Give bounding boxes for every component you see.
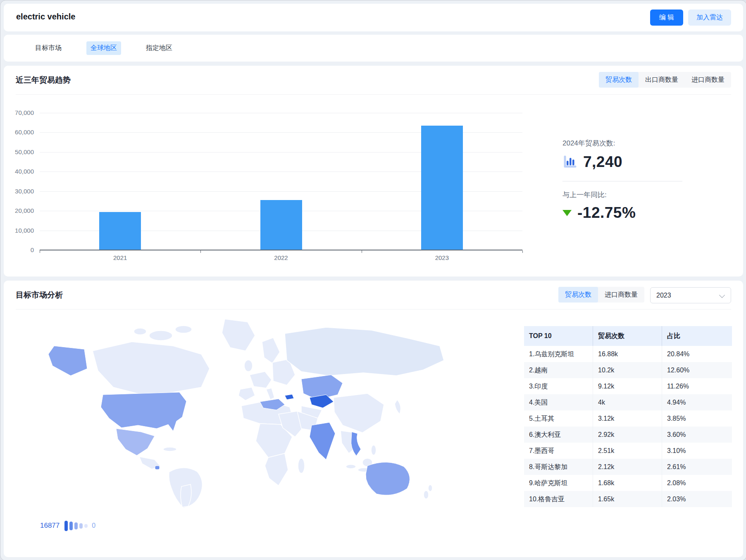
- table-row[interactable]: 3.印度9.12k11.26%: [524, 378, 732, 394]
- cell-share: 20.84%: [662, 346, 732, 362]
- stat-yoy-label: 与上一年同比:: [562, 190, 607, 200]
- market-toggle-1[interactable]: 贸易次数: [558, 287, 598, 303]
- legend-pill: [79, 523, 83, 529]
- cell-market: 10.格鲁吉亚: [524, 491, 593, 507]
- tab-global-region[interactable]: 全球地区: [86, 41, 121, 55]
- y-axis-label: 0: [5, 246, 34, 253]
- trend-toggle-1[interactable]: 贸易次数: [599, 72, 639, 88]
- cell-share: 2.08%: [662, 475, 732, 491]
- map-country-costa-rica[interactable]: [155, 466, 160, 469]
- year-select-value: 2023: [656, 292, 671, 299]
- cell-share: 2.61%: [662, 459, 732, 475]
- table-header-row: TOP 10 贸易次数 占比: [524, 326, 732, 346]
- cell-trades: 3.12k: [593, 410, 662, 427]
- x-axis-label: 2023: [423, 254, 460, 261]
- divider: [562, 181, 682, 181]
- legend-scale: [64, 521, 88, 531]
- axis-tick: [40, 250, 40, 253]
- cell-trades: 2.51k: [593, 443, 662, 459]
- legend-min-value: 0: [92, 522, 95, 529]
- map-country-greenland: [222, 319, 255, 351]
- top10-table: TOP 10 贸易次数 占比 1.乌兹别克斯坦16.88k20.84%2.越南1…: [524, 326, 732, 507]
- bar-chart-icon: [562, 155, 577, 169]
- y-axis-label: 60,000: [5, 129, 34, 136]
- table-row[interactable]: 2.越南10.2k12.60%: [524, 362, 732, 378]
- market-metric-toggle-group: 贸易次数进口商数量: [558, 287, 644, 303]
- cell-trades: 1.68k: [593, 475, 662, 491]
- market-toggle-2[interactable]: 进口商数量: [598, 287, 644, 303]
- table-row[interactable]: 10.格鲁吉亚1.65k2.03%: [524, 491, 732, 507]
- map-country-vietnam[interactable]: [351, 432, 361, 456]
- col-header-trades: 贸易次数: [593, 326, 662, 346]
- table-row[interactable]: 1.乌兹别克斯坦16.88k20.84%: [524, 346, 732, 362]
- gridline: [40, 113, 522, 113]
- bar-2022[interactable]: [260, 200, 302, 250]
- map-country-china: [334, 393, 384, 433]
- bar-2021[interactable]: [99, 212, 141, 250]
- trend-toggle-3[interactable]: 进口商数量: [685, 72, 731, 88]
- cell-market: 3.印度: [524, 378, 593, 394]
- market-section-title: 目标市场分析: [16, 290, 63, 300]
- cell-market: 9.哈萨克斯坦: [524, 475, 593, 491]
- cell-share: 4.94%: [662, 394, 732, 410]
- divider: [16, 94, 731, 95]
- table-row[interactable]: 6.澳大利亚2.92k3.60%: [524, 427, 732, 443]
- cell-trades: 1.65k: [593, 491, 662, 507]
- y-axis-label: 30,000: [5, 188, 34, 195]
- legend-pill: [74, 522, 78, 529]
- cell-market: 5.土耳其: [524, 410, 593, 427]
- legend-pill: [84, 524, 88, 528]
- tab-list: 目标市场全球地区指定地区: [31, 35, 176, 62]
- table-row[interactable]: 4.美国4k4.94%: [524, 394, 732, 410]
- divider: [16, 309, 731, 310]
- map-country-australia[interactable]: [366, 462, 410, 495]
- table-body: 1.乌兹别克斯坦16.88k20.84%2.越南10.2k12.60%3.印度9…: [524, 346, 732, 507]
- table-row[interactable]: 8.哥斯达黎加2.12k2.61%: [524, 459, 732, 475]
- map-country-india[interactable]: [310, 422, 335, 460]
- map-country-usa[interactable]: [101, 392, 186, 431]
- cell-share: 3.10%: [662, 443, 732, 459]
- cell-trades: 2.92k: [593, 427, 662, 443]
- bar-2023[interactable]: [421, 126, 463, 250]
- y-axis-label: 40,000: [5, 168, 34, 175]
- cell-market: 6.澳大利亚: [524, 427, 593, 443]
- table-row[interactable]: 9.哈萨克斯坦1.68k2.08%: [524, 475, 732, 491]
- yoy-value: -12.75%: [577, 204, 636, 222]
- map-country-georgia[interactable]: [285, 394, 294, 400]
- map-country-russia: [285, 327, 444, 376]
- trend-toggle-2[interactable]: 出口商数量: [639, 72, 685, 88]
- legend-pill: [69, 522, 73, 530]
- stat-yoy-value-row: -12.75%: [562, 204, 636, 222]
- arrow-down-icon: [562, 210, 572, 216]
- col-header-share: 占比: [662, 326, 732, 346]
- col-header-top10: TOP 10: [524, 326, 593, 346]
- cell-market: 7.墨西哥: [524, 443, 593, 459]
- stat-year-value-row: 7,240: [562, 153, 622, 171]
- trade-trend-section: 近三年贸易趋势 贸易次数出口商数量进口商数量 70,00060,00050,00…: [4, 66, 743, 276]
- edit-button[interactable]: 编 辑: [650, 10, 683, 26]
- cell-trades: 16.88k: [593, 346, 662, 362]
- y-axis-label: 10,000: [5, 227, 34, 234]
- target-market-section: 目标市场分析 贸易次数进口商数量 2023: [4, 281, 743, 557]
- legend-max-value: 16877: [40, 522, 60, 530]
- tab-bar: 目标市场全球地区指定地区: [4, 35, 743, 62]
- cell-market: 1.乌兹别克斯坦: [524, 346, 593, 362]
- table-row[interactable]: 7.墨西哥2.51k3.10%: [524, 443, 732, 459]
- map-country-mexico[interactable]: [116, 429, 155, 455]
- cell-trades: 2.12k: [593, 459, 662, 475]
- cell-trades: 4k: [593, 394, 662, 410]
- trend-metric-toggle-group: 贸易次数出口商数量进口商数量: [599, 72, 731, 88]
- tab-target-market[interactable]: 目标市场: [31, 41, 66, 55]
- x-axis-label: 2021: [102, 254, 139, 261]
- map-legend: 16877 0: [40, 519, 95, 532]
- map-country-canada: [93, 342, 210, 395]
- map-country-alaska[interactable]: [48, 346, 87, 376]
- table-row[interactable]: 5.土耳其3.12k3.85%: [524, 410, 732, 427]
- y-axis-label: 70,000: [5, 109, 34, 116]
- year-select[interactable]: 2023: [650, 287, 731, 303]
- add-to-radar-button[interactable]: 加入雷达: [688, 10, 731, 26]
- cell-share: 12.60%: [662, 362, 732, 378]
- tab-designated-region[interactable]: 指定地区: [142, 41, 176, 55]
- axis-tick: [362, 250, 362, 253]
- world-map: [37, 313, 462, 509]
